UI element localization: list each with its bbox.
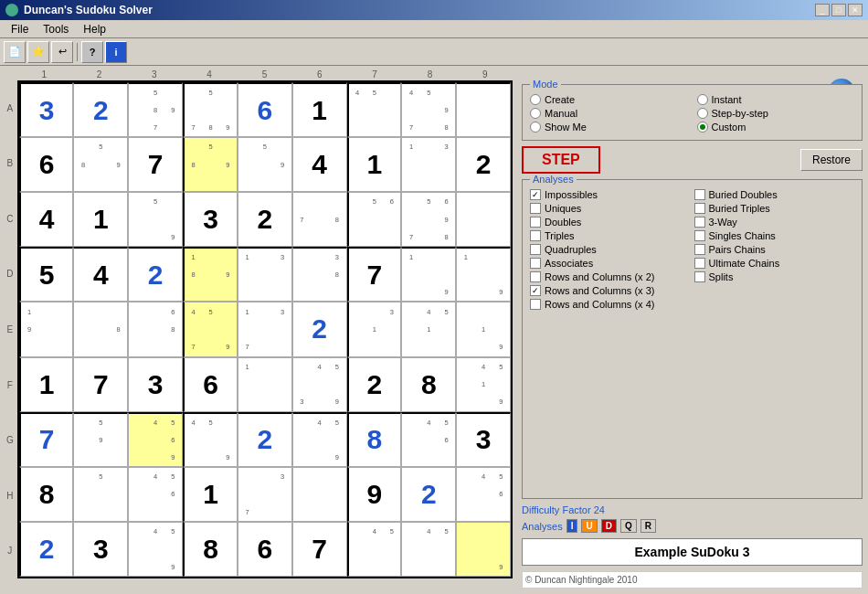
- badge-r[interactable]: R: [640, 519, 656, 533]
- check-impossibles[interactable]: Impossibles: [530, 189, 691, 200]
- mode-showme[interactable]: Show Me: [530, 122, 688, 133]
- cell-5-2[interactable]: 3: [128, 357, 183, 412]
- mode-custom[interactable]: Custom: [697, 122, 855, 133]
- cell-1-8[interactable]: 2: [456, 137, 511, 192]
- cell-4-7[interactable]: 451: [401, 302, 456, 356]
- check-uniques[interactable]: Uniques: [530, 203, 691, 214]
- cell-6-7[interactable]: 456: [401, 412, 456, 467]
- menu-tools[interactable]: Tools: [36, 21, 76, 37]
- cell-3-2[interactable]: 2: [128, 247, 183, 302]
- open-button[interactable]: ⭐: [27, 41, 49, 63]
- check-singlechains[interactable]: Singles Chains: [694, 230, 855, 241]
- cell-8-2[interactable]: 459: [128, 522, 183, 577]
- check-triples[interactable]: Triples: [530, 230, 691, 241]
- instant-radio[interactable]: [697, 94, 708, 105]
- cell-3-4[interactable]: 13: [238, 247, 292, 302]
- cell-5-5[interactable]: 4539: [292, 357, 347, 412]
- cell-3-5[interactable]: 38: [292, 247, 347, 302]
- cell-2-0[interactable]: 4: [19, 192, 74, 247]
- maximize-button[interactable]: □: [831, 4, 846, 16]
- cell-3-7[interactable]: 19: [401, 247, 456, 302]
- cell-4-1[interactable]: 8: [73, 302, 128, 356]
- cell-7-8[interactable]: 456: [456, 467, 511, 522]
- associates-checkbox[interactable]: [530, 258, 541, 269]
- mode-create[interactable]: Create: [530, 94, 688, 105]
- cell-4-6[interactable]: 31: [347, 302, 402, 356]
- check-associates[interactable]: Associates: [530, 258, 691, 269]
- cell-3-8[interactable]: 19: [456, 247, 511, 302]
- ultimatechains-checkbox[interactable]: [694, 258, 705, 269]
- check-doubles[interactable]: Doubles: [530, 217, 691, 228]
- cell-0-8[interactable]: [456, 82, 511, 137]
- titlebar-buttons[interactable]: _ □ ✕: [815, 4, 863, 16]
- cell-8-5[interactable]: 7: [292, 522, 347, 577]
- cell-2-8[interactable]: [456, 192, 511, 247]
- cell-3-6[interactable]: 7: [347, 247, 402, 302]
- cell-8-4[interactable]: 6: [238, 522, 292, 577]
- rowscols4-checkbox[interactable]: [530, 299, 541, 310]
- cell-7-4[interactable]: 37: [238, 467, 292, 522]
- undo-button[interactable]: ↩: [51, 41, 73, 63]
- cell-2-2[interactable]: 59: [128, 192, 183, 247]
- singlechains-checkbox[interactable]: [694, 230, 705, 241]
- cell-1-7[interactable]: 13: [401, 137, 456, 192]
- cell-1-0[interactable]: 6: [19, 137, 74, 192]
- cell-3-1[interactable]: 4: [73, 247, 128, 302]
- cell-6-3[interactable]: 459: [183, 412, 238, 467]
- cell-0-1[interactable]: 2: [73, 82, 128, 137]
- cell-2-1[interactable]: 1: [73, 192, 128, 247]
- cell-1-6[interactable]: 1: [347, 137, 402, 192]
- triples-checkbox[interactable]: [530, 230, 541, 241]
- menu-help[interactable]: Help: [76, 21, 113, 37]
- cell-3-0[interactable]: 5: [19, 247, 74, 302]
- burieddoubles-checkbox[interactable]: [694, 189, 705, 200]
- cell-1-5[interactable]: 4: [292, 137, 347, 192]
- check-threeway[interactable]: 3-Way: [694, 217, 855, 228]
- cell-6-6[interactable]: 8: [347, 412, 402, 467]
- check-burieddoubles[interactable]: Buried Doubles: [694, 189, 855, 200]
- doubles-checkbox[interactable]: [530, 217, 541, 228]
- menu-file[interactable]: File: [4, 21, 36, 37]
- cell-8-1[interactable]: 3: [73, 522, 128, 577]
- custom-radio[interactable]: [697, 122, 708, 133]
- stepbystep-radio[interactable]: [697, 108, 708, 119]
- manual-radio[interactable]: [530, 108, 541, 119]
- cell-8-8[interactable]: 9: [456, 522, 511, 577]
- cell-7-7[interactable]: 2: [401, 467, 456, 522]
- close-button[interactable]: ✕: [848, 4, 863, 16]
- cell-6-2[interactable]: 4569: [128, 412, 183, 467]
- buriedtriples-checkbox[interactable]: [694, 203, 705, 214]
- check-rowscols2[interactable]: Rows and Columns (x 2): [530, 271, 691, 282]
- cell-7-0[interactable]: 8: [19, 467, 74, 522]
- quadruples-checkbox[interactable]: [530, 244, 541, 255]
- cell-4-0[interactable]: 19: [19, 302, 74, 356]
- cell-0-6[interactable]: 45: [347, 82, 402, 137]
- cell-4-5[interactable]: 2: [292, 302, 347, 356]
- rowscols3-checkbox[interactable]: [530, 285, 541, 296]
- check-pairschains[interactable]: Pairs Chains: [694, 244, 855, 255]
- help-button[interactable]: ?: [81, 41, 103, 63]
- cell-6-0[interactable]: 7: [19, 412, 74, 467]
- cell-5-7[interactable]: 8: [401, 357, 456, 412]
- cell-5-8[interactable]: 4519: [456, 357, 511, 412]
- cell-2-5[interactable]: 78: [292, 192, 347, 247]
- cell-7-5[interactable]: [292, 467, 347, 522]
- cell-8-7[interactable]: 45: [401, 522, 456, 577]
- cell-6-1[interactable]: 59: [73, 412, 128, 467]
- cell-2-4[interactable]: 2: [238, 192, 292, 247]
- threeway-checkbox[interactable]: [694, 217, 705, 228]
- info-button[interactable]: i: [105, 41, 127, 63]
- cell-8-3[interactable]: 8: [183, 522, 238, 577]
- cell-5-3[interactable]: 6: [183, 357, 238, 412]
- badge-i[interactable]: I: [566, 519, 578, 533]
- check-quadruples[interactable]: Quadruples: [530, 244, 691, 255]
- cell-1-2[interactable]: 7: [128, 137, 183, 192]
- cell-8-6[interactable]: 45: [347, 522, 402, 577]
- cell-2-3[interactable]: 3: [183, 192, 238, 247]
- cell-4-8[interactable]: 19: [456, 302, 511, 356]
- cell-5-6[interactable]: 2: [347, 357, 402, 412]
- cell-1-3[interactable]: 589: [183, 137, 238, 192]
- cell-1-1[interactable]: 589: [73, 137, 128, 192]
- cell-7-1[interactable]: 5: [73, 467, 128, 522]
- cell-6-4[interactable]: 2: [238, 412, 292, 467]
